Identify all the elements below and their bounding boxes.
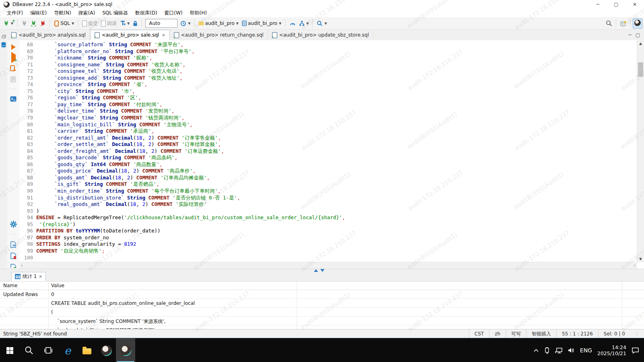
status-segment-2[interactable]: 可写 <box>506 329 526 338</box>
line-number: 85 <box>19 154 33 161</box>
dashboard-button[interactable] <box>288 19 297 27</box>
action-center-icon[interactable] <box>632 347 639 354</box>
editor-tab-3[interactable]: ✓<audit_bi_pro> update_sbz_store.sql <box>268 30 374 40</box>
stats-row-0[interactable]: Updated Rows0 <box>0 290 644 299</box>
line-number: 88 <box>19 175 33 181</box>
quick-search-button[interactable] <box>604 19 614 28</box>
tray-chevron-icon[interactable] <box>533 349 539 352</box>
scroll-right-icon[interactable]: › <box>634 263 636 268</box>
column-header-value[interactable]: Value <box>48 282 64 290</box>
rollback-button[interactable]: 回滚 <box>99 19 118 28</box>
column-header-name[interactable]: Name <box>0 282 48 290</box>
volume-icon[interactable] <box>568 348 575 353</box>
dbeaver-pinned-button[interactable] <box>97 338 116 362</box>
usb-device-icon[interactable] <box>544 347 550 354</box>
tab-close-icon[interactable]: ✕ <box>39 274 42 279</box>
explain-plan-button[interactable] <box>10 76 16 82</box>
taskbar-search-button[interactable] <box>19 338 39 362</box>
minimize-panel-icon[interactable] <box>320 269 324 272</box>
execute-new-tab-button[interactable]: + <box>11 55 16 60</box>
search-menu-button[interactable]: ▼ <box>315 19 328 28</box>
start-button[interactable] <box>0 338 19 362</box>
editor-tab-2[interactable]: ✓<audit_bi_pro> return_change.sql <box>170 30 268 40</box>
vertical-scrollbar[interactable]: ▲ ▼ <box>637 40 644 262</box>
database-selector[interactable]: audit_bi_pro ▼ <box>240 19 283 27</box>
stats-row-1[interactable]: CREATE TABLE audit_bi_pro.custom_online_… <box>0 299 644 308</box>
sql-editor-button[interactable]: SQL ▼ <box>52 19 76 28</box>
status-segment-0[interactable]: CST <box>469 329 489 338</box>
reconnect-button[interactable] <box>29 19 38 28</box>
horizontal-scrollbar[interactable]: ‹ › <box>19 262 637 269</box>
task-view-button[interactable] <box>39 338 58 362</box>
minimize-button[interactable]: ─ <box>588 0 607 9</box>
menu-item-3[interactable]: 搜索(A) <box>75 9 99 17</box>
save-script-error-button[interactable]: ! <box>10 253 17 259</box>
taskbar-clock[interactable]: 14:24 2025/10/21 <box>597 344 626 356</box>
sql-console-button[interactable] <box>10 96 17 102</box>
transaction-mode-button[interactable]: ▼ <box>118 19 131 27</box>
stats-cell-value: `source_system` String COMMENT '来源系统', <box>48 317 166 325</box>
code-line-85: 85 `goods_barcode` String COMMENT '商品条码'… <box>19 154 637 161</box>
scroll-thumb[interactable] <box>638 62 643 77</box>
menu-item-0[interactable]: 文件(F) <box>3 9 27 17</box>
stats-row-4[interactable]: `order_date` String COMMENT '下单日期', <box>0 325 644 329</box>
stats-tab[interactable]: 统计 1 ✕ <box>11 272 46 281</box>
sql-code-editor[interactable]: 68 `source_platform` String COMMENT '来源平… <box>19 40 637 262</box>
status-segment-4[interactable]: 55 : 1 : 2126 <box>556 329 598 338</box>
execute-script-button[interactable] <box>10 65 17 72</box>
menu-item-1[interactable]: 编辑(E) <box>27 9 50 17</box>
column-divider[interactable] <box>297 282 297 329</box>
save-script-ok-button[interactable] <box>10 264 17 268</box>
line-number: 91 <box>19 195 33 202</box>
editor-tab-1[interactable]: ✓<audit_bi_pro> sale.sql✕ <box>90 30 170 40</box>
disconnect-button[interactable] <box>38 19 47 28</box>
stats-table: Name Value Updated Rows0CREATE TABLE aud… <box>0 282 644 329</box>
connect-button[interactable] <box>20 19 29 28</box>
database-navigator-icon[interactable] <box>1 42 6 48</box>
connection-selector[interactable]: audit_bi_pro ▼ <box>197 19 240 27</box>
internet-explorer-button[interactable]: e <box>58 338 77 362</box>
menu-item-4[interactable]: SQL 编辑器 <box>99 9 132 17</box>
close-button[interactable]: ✕ <box>625 0 644 9</box>
ie-icon: e <box>64 345 71 356</box>
code-line-98: 98SETTINGS index_granularity = 8192 <box>19 241 637 248</box>
chevron-down-icon: ▼ <box>306 22 309 25</box>
status-segment-5[interactable]: Sel: 0 | 0 <box>598 329 630 338</box>
status-segment-3[interactable]: 智能插入 <box>526 329 556 338</box>
dbeaver-perspective-button[interactable] <box>633 19 642 29</box>
execute-statement-button[interactable] <box>11 44 16 50</box>
minimize-view-icon[interactable]: ─ <box>628 32 631 38</box>
language-indicator[interactable]: ENG <box>580 347 592 354</box>
new-connection-button[interactable]: + ▼ <box>2 19 15 28</box>
scroll-left-icon[interactable]: ‹ <box>21 263 23 268</box>
commit-mode-button[interactable]: ▼ <box>297 19 310 27</box>
open-perspective-button[interactable] <box>619 19 628 28</box>
dbeaver-running-button[interactable] <box>116 338 135 362</box>
maximize-panel-icon[interactable] <box>314 269 318 272</box>
menu-item-7[interactable]: 帮助(H) <box>186 9 211 17</box>
stats-row-3[interactable]: `source_system` String COMMENT '来源系统', <box>0 317 644 325</box>
settings-gear-icon[interactable] <box>10 221 17 228</box>
transaction-log-button[interactable]: ▼ <box>179 19 192 28</box>
menu-item-5[interactable]: 数据库(D) <box>132 9 161 17</box>
scroll-down-icon[interactable]: ▼ <box>637 257 644 261</box>
restore-view-icon[interactable] <box>2 35 6 39</box>
menu-item-2[interactable]: 导航(N) <box>50 9 74 17</box>
stats-cell-name <box>0 317 48 325</box>
scroll-up-icon[interactable]: ▲ <box>637 41 644 45</box>
status-segment-1[interactable]: zh <box>489 329 506 338</box>
commit-button[interactable]: 提交 <box>80 19 99 28</box>
maximize-button[interactable]: ▢ <box>607 0 625 9</box>
file-explorer-button[interactable] <box>77 338 97 362</box>
auto-commit-combobox[interactable]: Auto <box>145 19 178 28</box>
menu-item-6[interactable]: 窗口(W) <box>161 9 186 17</box>
editor-tab-0[interactable]: ✓<audit_bi_pro> analysis.sql <box>7 30 90 40</box>
column-divider[interactable] <box>48 282 49 329</box>
network-icon[interactable] <box>555 348 563 354</box>
export-script-button[interactable] <box>10 241 17 248</box>
tab-close-icon[interactable]: ✕ <box>162 33 165 37</box>
code-line-92: 92 `real_goods_amt` Decimal(18, 2) COMME… <box>19 201 637 208</box>
maximize-view-icon[interactable]: ▢ <box>636 32 640 38</box>
lock-button[interactable] <box>131 19 139 27</box>
stats-row-2[interactable]: ( <box>0 308 644 317</box>
